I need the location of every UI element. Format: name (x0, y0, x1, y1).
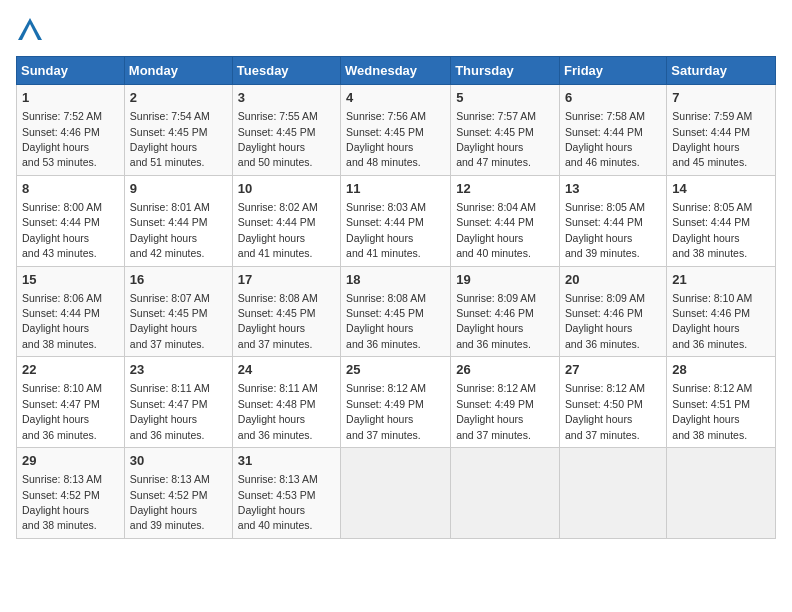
calendar-header: SundayMondayTuesdayWednesdayThursdayFrid… (17, 57, 776, 85)
calendar-cell: 18 Sunrise: 8:08 AMSunset: 4:45 PMDaylig… (341, 266, 451, 357)
cell-content: Sunrise: 8:12 AMSunset: 4:49 PMDaylight … (346, 382, 426, 440)
calendar-cell: 1 Sunrise: 7:52 AMSunset: 4:46 PMDayligh… (17, 85, 125, 176)
cell-content: Sunrise: 7:55 AMSunset: 4:45 PMDaylight … (238, 110, 318, 168)
cell-content: Sunrise: 7:59 AMSunset: 4:44 PMDaylight … (672, 110, 752, 168)
calendar-cell: 25 Sunrise: 8:12 AMSunset: 4:49 PMDaylig… (341, 357, 451, 448)
calendar-cell (667, 448, 776, 539)
calendar-cell: 24 Sunrise: 8:11 AMSunset: 4:48 PMDaylig… (232, 357, 340, 448)
cell-content: Sunrise: 8:10 AMSunset: 4:47 PMDaylight … (22, 382, 102, 440)
day-number: 21 (672, 271, 770, 289)
calendar-cell: 8 Sunrise: 8:00 AMSunset: 4:44 PMDayligh… (17, 175, 125, 266)
day-number: 8 (22, 180, 119, 198)
calendar-cell: 28 Sunrise: 8:12 AMSunset: 4:51 PMDaylig… (667, 357, 776, 448)
calendar-cell: 2 Sunrise: 7:54 AMSunset: 4:45 PMDayligh… (124, 85, 232, 176)
calendar-cell: 29 Sunrise: 8:13 AMSunset: 4:52 PMDaylig… (17, 448, 125, 539)
day-number: 7 (672, 89, 770, 107)
day-number: 3 (238, 89, 335, 107)
calendar-cell: 12 Sunrise: 8:04 AMSunset: 4:44 PMDaylig… (451, 175, 560, 266)
day-number: 23 (130, 361, 227, 379)
day-number: 29 (22, 452, 119, 470)
cell-content: Sunrise: 7:54 AMSunset: 4:45 PMDaylight … (130, 110, 210, 168)
cell-content: Sunrise: 8:12 AMSunset: 4:50 PMDaylight … (565, 382, 645, 440)
cell-content: Sunrise: 8:09 AMSunset: 4:46 PMDaylight … (456, 292, 536, 350)
day-number: 12 (456, 180, 554, 198)
calendar-cell: 23 Sunrise: 8:11 AMSunset: 4:47 PMDaylig… (124, 357, 232, 448)
day-number: 31 (238, 452, 335, 470)
calendar-cell: 22 Sunrise: 8:10 AMSunset: 4:47 PMDaylig… (17, 357, 125, 448)
day-number: 27 (565, 361, 661, 379)
day-number: 4 (346, 89, 445, 107)
calendar-cell: 10 Sunrise: 8:02 AMSunset: 4:44 PMDaylig… (232, 175, 340, 266)
weekday-header-monday: Monday (124, 57, 232, 85)
calendar-week-5: 29 Sunrise: 8:13 AMSunset: 4:52 PMDaylig… (17, 448, 776, 539)
logo-icon (16, 16, 44, 44)
calendar-cell: 30 Sunrise: 8:13 AMSunset: 4:52 PMDaylig… (124, 448, 232, 539)
calendar-cell: 16 Sunrise: 8:07 AMSunset: 4:45 PMDaylig… (124, 266, 232, 357)
cell-content: Sunrise: 8:11 AMSunset: 4:48 PMDaylight … (238, 382, 318, 440)
day-number: 14 (672, 180, 770, 198)
day-number: 17 (238, 271, 335, 289)
day-number: 16 (130, 271, 227, 289)
weekday-header-thursday: Thursday (451, 57, 560, 85)
day-number: 22 (22, 361, 119, 379)
day-number: 1 (22, 89, 119, 107)
day-number: 30 (130, 452, 227, 470)
day-number: 11 (346, 180, 445, 198)
cell-content: Sunrise: 8:13 AMSunset: 4:52 PMDaylight … (130, 473, 210, 531)
cell-content: Sunrise: 8:08 AMSunset: 4:45 PMDaylight … (238, 292, 318, 350)
calendar-cell: 26 Sunrise: 8:12 AMSunset: 4:49 PMDaylig… (451, 357, 560, 448)
calendar-cell: 27 Sunrise: 8:12 AMSunset: 4:50 PMDaylig… (560, 357, 667, 448)
day-number: 24 (238, 361, 335, 379)
day-number: 15 (22, 271, 119, 289)
calendar-cell: 14 Sunrise: 8:05 AMSunset: 4:44 PMDaylig… (667, 175, 776, 266)
day-number: 13 (565, 180, 661, 198)
calendar-cell: 9 Sunrise: 8:01 AMSunset: 4:44 PMDayligh… (124, 175, 232, 266)
cell-content: Sunrise: 7:56 AMSunset: 4:45 PMDaylight … (346, 110, 426, 168)
calendar-week-2: 8 Sunrise: 8:00 AMSunset: 4:44 PMDayligh… (17, 175, 776, 266)
calendar-cell (341, 448, 451, 539)
cell-content: Sunrise: 7:58 AMSunset: 4:44 PMDaylight … (565, 110, 645, 168)
calendar-cell: 21 Sunrise: 8:10 AMSunset: 4:46 PMDaylig… (667, 266, 776, 357)
cell-content: Sunrise: 8:13 AMSunset: 4:53 PMDaylight … (238, 473, 318, 531)
cell-content: Sunrise: 8:09 AMSunset: 4:46 PMDaylight … (565, 292, 645, 350)
calendar-cell: 13 Sunrise: 8:05 AMSunset: 4:44 PMDaylig… (560, 175, 667, 266)
calendar-cell: 4 Sunrise: 7:56 AMSunset: 4:45 PMDayligh… (341, 85, 451, 176)
day-number: 10 (238, 180, 335, 198)
cell-content: Sunrise: 8:07 AMSunset: 4:45 PMDaylight … (130, 292, 210, 350)
day-number: 6 (565, 89, 661, 107)
day-number: 18 (346, 271, 445, 289)
cell-content: Sunrise: 7:52 AMSunset: 4:46 PMDaylight … (22, 110, 102, 168)
weekday-header-sunday: Sunday (17, 57, 125, 85)
calendar-cell: 7 Sunrise: 7:59 AMSunset: 4:44 PMDayligh… (667, 85, 776, 176)
cell-content: Sunrise: 8:06 AMSunset: 4:44 PMDaylight … (22, 292, 102, 350)
calendar-cell: 19 Sunrise: 8:09 AMSunset: 4:46 PMDaylig… (451, 266, 560, 357)
calendar-cell: 20 Sunrise: 8:09 AMSunset: 4:46 PMDaylig… (560, 266, 667, 357)
day-number: 9 (130, 180, 227, 198)
calendar-cell: 6 Sunrise: 7:58 AMSunset: 4:44 PMDayligh… (560, 85, 667, 176)
weekday-header-tuesday: Tuesday (232, 57, 340, 85)
calendar-cell: 17 Sunrise: 8:08 AMSunset: 4:45 PMDaylig… (232, 266, 340, 357)
weekday-header-saturday: Saturday (667, 57, 776, 85)
day-number: 19 (456, 271, 554, 289)
calendar-cell (451, 448, 560, 539)
day-number: 25 (346, 361, 445, 379)
weekday-header-wednesday: Wednesday (341, 57, 451, 85)
cell-content: Sunrise: 8:11 AMSunset: 4:47 PMDaylight … (130, 382, 210, 440)
calendar-week-3: 15 Sunrise: 8:06 AMSunset: 4:44 PMDaylig… (17, 266, 776, 357)
weekday-header-friday: Friday (560, 57, 667, 85)
day-number: 2 (130, 89, 227, 107)
calendar-cell: 3 Sunrise: 7:55 AMSunset: 4:45 PMDayligh… (232, 85, 340, 176)
logo (16, 16, 48, 44)
calendar-table: SundayMondayTuesdayWednesdayThursdayFrid… (16, 56, 776, 539)
cell-content: Sunrise: 8:10 AMSunset: 4:46 PMDaylight … (672, 292, 752, 350)
calendar-cell (560, 448, 667, 539)
calendar-cell: 5 Sunrise: 7:57 AMSunset: 4:45 PMDayligh… (451, 85, 560, 176)
day-number: 5 (456, 89, 554, 107)
cell-content: Sunrise: 8:01 AMSunset: 4:44 PMDaylight … (130, 201, 210, 259)
cell-content: Sunrise: 8:13 AMSunset: 4:52 PMDaylight … (22, 473, 102, 531)
cell-content: Sunrise: 8:08 AMSunset: 4:45 PMDaylight … (346, 292, 426, 350)
calendar-cell: 11 Sunrise: 8:03 AMSunset: 4:44 PMDaylig… (341, 175, 451, 266)
day-number: 20 (565, 271, 661, 289)
cell-content: Sunrise: 8:05 AMSunset: 4:44 PMDaylight … (565, 201, 645, 259)
cell-content: Sunrise: 7:57 AMSunset: 4:45 PMDaylight … (456, 110, 536, 168)
